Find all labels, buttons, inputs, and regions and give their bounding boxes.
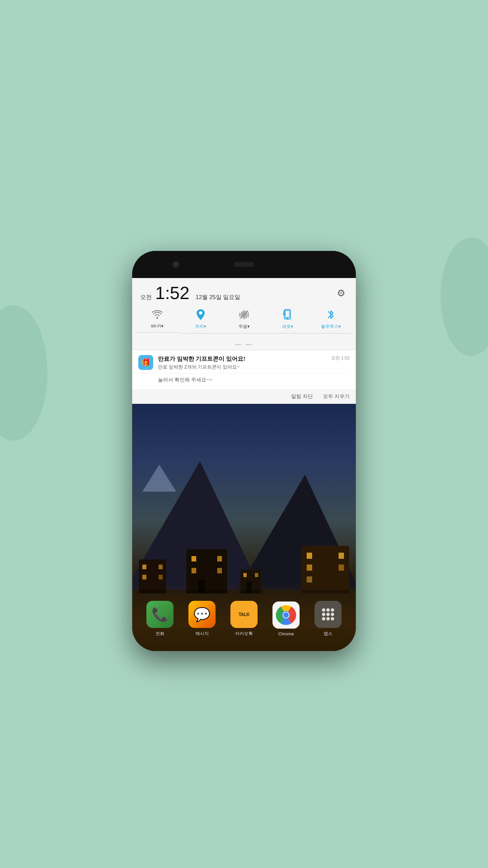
svg-point-3: [283, 612, 289, 618]
bluetooth-toggle-label: 블루투스▾: [321, 323, 341, 330]
kakao-app-icon[interactable]: TALK: [230, 601, 258, 628]
svg-point-6: [331, 608, 334, 612]
phone-top-bar: [132, 251, 356, 278]
notification-action-text: 눌러서 확인해 주세요~~: [138, 373, 350, 384]
phone-screen: 📞 전화 💬 메시지 TALK: [132, 278, 356, 651]
toggle-rotation[interactable]: 세로▾: [266, 309, 309, 334]
buildings: [132, 542, 356, 593]
time-display: 1:52: [155, 284, 189, 302]
notification-clear-button[interactable]: 모두 지우기: [323, 393, 350, 400]
rotation-icon[interactable]: [282, 309, 292, 321]
phone-app-icon[interactable]: 📞: [146, 601, 174, 628]
quick-toggles: Wi-Fi▾ 위치▾: [132, 305, 356, 339]
chrome-app-label: Chrome: [278, 631, 294, 636]
notification-time: 오전 1:52: [331, 355, 350, 361]
svg-point-8: [326, 613, 330, 616]
panel-drag-handle[interactable]: — —: [132, 339, 356, 350]
dock-item-chrome[interactable]: Chrome: [272, 601, 300, 636]
location-icon[interactable]: [196, 309, 205, 321]
message-app-icon[interactable]: 💬: [188, 601, 216, 628]
notification-app-icon: 🎁: [138, 355, 153, 370]
phone-wrapper: 📞 전화 💬 메시지 TALK: [132, 251, 356, 651]
dock-item-kakao[interactable]: TALK 카카오톡: [230, 601, 258, 637]
silent-icon[interactable]: [239, 309, 249, 321]
svg-point-4: [322, 608, 325, 612]
date-display: 12월 25일 일요일: [196, 293, 240, 301]
svg-point-11: [326, 617, 330, 620]
notification-body: 만료 임박한 2개의 기프트콘이 있어요~: [158, 364, 326, 370]
settings-icon[interactable]: ⚙: [334, 286, 348, 300]
notification-app-icon-symbol: 🎁: [141, 358, 150, 367]
svg-point-10: [322, 617, 325, 620]
notification-card[interactable]: 🎁 만료가 임박한 기프트콘이 있어요! 만료 임박한 2개의 기프트콘이 있어…: [132, 350, 356, 389]
phone-frame: 📞 전화 💬 메시지 TALK: [132, 251, 356, 651]
notification-block-button[interactable]: 알림 차단: [291, 393, 313, 400]
svg-point-12: [331, 617, 334, 620]
notification-header: 🎁 만료가 임박한 기프트콘이 있어요! 만료 임박한 2개의 기프트콘이 있어…: [138, 355, 350, 370]
dock-item-apps[interactable]: 앱스: [314, 601, 342, 637]
svg-point-14: [199, 311, 202, 315]
toggle-location[interactable]: 위치▾: [179, 309, 222, 334]
message-app-label: 메시지: [196, 631, 209, 637]
apps-grid-icon[interactable]: [314, 601, 342, 628]
front-camera: [173, 261, 179, 268]
svg-rect-17: [285, 311, 289, 317]
rotation-toggle-label: 세로▾: [282, 323, 293, 330]
toggle-bluetooth[interactable]: 블루투스▾: [309, 309, 352, 334]
toggle-silent[interactable]: 무음▾: [222, 309, 266, 334]
time-prefix: 오전: [140, 293, 152, 301]
location-toggle-label: 위치▾: [195, 323, 206, 330]
dock: 📞 전화 💬 메시지 TALK: [132, 590, 356, 651]
notification-title: 만료가 임박한 기프트콘이 있어요!: [158, 355, 326, 363]
notification-actions: 알림 차단 모두 지우기: [132, 389, 356, 404]
notification-panel: 오전 1:52 12월 25일 일요일 ⚙: [132, 278, 356, 404]
chrome-app-icon[interactable]: [272, 601, 300, 629]
time-section: 오전 1:52 12월 25일 일요일: [140, 284, 240, 302]
svg-point-7: [322, 613, 325, 616]
svg-point-9: [331, 613, 334, 616]
bluetooth-icon[interactable]: [327, 309, 334, 321]
phone-speaker: [234, 262, 254, 267]
dock-item-phone[interactable]: 📞 전화: [146, 601, 174, 637]
svg-point-13: [157, 317, 158, 319]
dock-item-message[interactable]: 💬 메시지: [188, 601, 216, 637]
bg-decoration-left: [0, 305, 47, 441]
kakao-app-label: 카카오톡: [235, 631, 253, 637]
silent-toggle-label: 무음▾: [239, 323, 250, 330]
apps-icon-svg: [321, 607, 336, 622]
toggle-wifi[interactable]: Wi-Fi▾: [136, 309, 179, 333]
wifi-toggle-label: Wi-Fi▾: [151, 323, 163, 329]
notification-content: 만료가 임박한 기프트콘이 있어요! 만료 임박한 2개의 기프트콘이 있어요~: [158, 355, 326, 370]
svg-point-5: [326, 608, 330, 612]
phone-app-label: 전화: [156, 631, 164, 637]
apps-label: 앱스: [324, 631, 332, 637]
svg-rect-18: [286, 318, 288, 318]
bg-decoration-right: [441, 237, 488, 356]
status-bar: 오전 1:52 12월 25일 일요일 ⚙: [132, 278, 356, 305]
wifi-icon[interactable]: [152, 309, 163, 321]
chrome-icon-svg: [276, 605, 296, 625]
